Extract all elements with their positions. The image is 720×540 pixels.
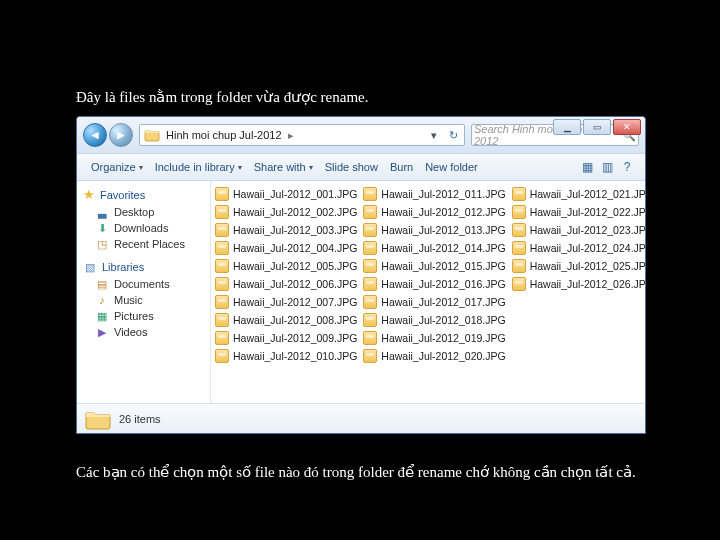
include-menu[interactable]: Include in library ▾: [149, 158, 248, 176]
slideshow-label: Slide show: [325, 161, 378, 173]
image-file-icon: [363, 223, 377, 237]
file-name: Hawaii_Jul-2012_025.JPG: [530, 260, 645, 272]
address-dropdown-icon[interactable]: ▾: [426, 129, 442, 142]
file-item[interactable]: Hawaii_Jul-2012_023.JPG: [512, 221, 645, 238]
image-file-icon: [215, 313, 229, 327]
maximize-button[interactable]: ▭: [583, 119, 611, 135]
window-controls: ▁ ▭ ✕: [553, 119, 641, 135]
sidebar-item-label: Documents: [114, 278, 170, 290]
sidebar-item-pictures[interactable]: ▦Pictures: [77, 308, 210, 324]
file-name: Hawaii_Jul-2012_019.JPG: [381, 332, 505, 344]
image-file-icon: [215, 259, 229, 273]
favorites-group: ★ Favorites ▃Desktop⬇Downloads◳Recent Pl…: [77, 185, 210, 252]
status-count: 26 items: [119, 413, 161, 425]
breadcrumb-folder[interactable]: Hinh moi chup Jul-2012: [164, 129, 286, 141]
organize-menu[interactable]: Organize ▾: [85, 158, 149, 176]
image-file-icon: [215, 277, 229, 291]
file-item[interactable]: Hawaii_Jul-2012_017.JPG: [363, 293, 505, 310]
file-item[interactable]: Hawaii_Jul-2012_011.JPG: [363, 185, 505, 202]
slideshow-button[interactable]: Slide show: [319, 158, 384, 176]
file-list-pane[interactable]: Hawaii_Jul-2012_001.JPGHawaii_Jul-2012_0…: [211, 181, 645, 403]
file-item[interactable]: Hawaii_Jul-2012_020.JPG: [363, 347, 505, 364]
back-button[interactable]: ◄: [83, 123, 107, 147]
file-item[interactable]: Hawaii_Jul-2012_021.JPG: [512, 185, 645, 202]
file-item[interactable]: Hawaii_Jul-2012_001.JPG: [215, 185, 357, 202]
file-name: Hawaii_Jul-2012_013.JPG: [381, 224, 505, 236]
file-item[interactable]: Hawaii_Jul-2012_003.JPG: [215, 221, 357, 238]
favorites-header[interactable]: ★ Favorites: [77, 185, 210, 204]
image-file-icon: [512, 187, 526, 201]
close-button[interactable]: ✕: [613, 119, 641, 135]
folder-icon: [144, 127, 160, 143]
organize-label: Organize: [91, 161, 136, 173]
explorer-window: ▁ ▭ ✕ ◄ ► Hinh moi chup Jul-2012 ▸ ▾ ↻ S…: [76, 116, 646, 434]
navigation-pane: ★ Favorites ▃Desktop⬇Downloads◳Recent Pl…: [77, 181, 211, 403]
file-item[interactable]: Hawaii_Jul-2012_016.JPG: [363, 275, 505, 292]
file-name: Hawaii_Jul-2012_015.JPG: [381, 260, 505, 272]
image-file-icon: [215, 223, 229, 237]
new-folder-button[interactable]: New folder: [419, 158, 484, 176]
file-item[interactable]: Hawaii_Jul-2012_002.JPG: [215, 203, 357, 220]
sidebar-item-label: Music: [114, 294, 143, 306]
image-file-icon: [363, 331, 377, 345]
file-item[interactable]: Hawaii_Jul-2012_026.JPG: [512, 275, 645, 292]
doc-icon: ▤: [95, 277, 109, 291]
file-name: Hawaii_Jul-2012_020.JPG: [381, 350, 505, 362]
breadcrumb-sep-icon[interactable]: ▸: [286, 129, 296, 142]
minimize-button[interactable]: ▁: [553, 119, 581, 135]
file-name: Hawaii_Jul-2012_008.JPG: [233, 314, 357, 326]
caption-bottom: Các bạn có thể chọn một số file nào đó t…: [76, 462, 636, 482]
file-item[interactable]: Hawaii_Jul-2012_019.JPG: [363, 329, 505, 346]
file-item[interactable]: Hawaii_Jul-2012_014.JPG: [363, 239, 505, 256]
image-file-icon: [363, 241, 377, 255]
down-icon: ⬇: [95, 221, 109, 235]
file-item[interactable]: Hawaii_Jul-2012_013.JPG: [363, 221, 505, 238]
file-name: Hawaii_Jul-2012_004.JPG: [233, 242, 357, 254]
refresh-button[interactable]: ↻: [442, 129, 464, 142]
view-mode-button[interactable]: ▦: [577, 160, 597, 174]
file-item[interactable]: Hawaii_Jul-2012_024.JPG: [512, 239, 645, 256]
file-item[interactable]: Hawaii_Jul-2012_008.JPG: [215, 311, 357, 328]
share-menu[interactable]: Share with ▾: [248, 158, 319, 176]
chevron-down-icon: ▾: [238, 163, 242, 172]
recent-icon: ◳: [95, 237, 109, 251]
file-name: Hawaii_Jul-2012_026.JPG: [530, 278, 645, 290]
libraries-label: Libraries: [102, 261, 144, 273]
help-button[interactable]: ?: [617, 160, 637, 174]
file-name: Hawaii_Jul-2012_001.JPG: [233, 188, 357, 200]
libraries-header[interactable]: ▧ Libraries: [77, 258, 210, 276]
sidebar-item-music[interactable]: ♪Music: [77, 292, 210, 308]
file-item[interactable]: Hawaii_Jul-2012_004.JPG: [215, 239, 357, 256]
burn-button[interactable]: Burn: [384, 158, 419, 176]
sidebar-item-documents[interactable]: ▤Documents: [77, 276, 210, 292]
file-name: Hawaii_Jul-2012_012.JPG: [381, 206, 505, 218]
file-item[interactable]: Hawaii_Jul-2012_006.JPG: [215, 275, 357, 292]
preview-pane-button[interactable]: ▥: [597, 160, 617, 174]
image-file-icon: [363, 187, 377, 201]
image-file-icon: [363, 349, 377, 363]
sidebar-item-desktop[interactable]: ▃Desktop: [77, 204, 210, 220]
file-item[interactable]: Hawaii_Jul-2012_009.JPG: [215, 329, 357, 346]
file-item[interactable]: Hawaii_Jul-2012_015.JPG: [363, 257, 505, 274]
file-name: Hawaii_Jul-2012_006.JPG: [233, 278, 357, 290]
file-item[interactable]: Hawaii_Jul-2012_012.JPG: [363, 203, 505, 220]
file-name: Hawaii_Jul-2012_003.JPG: [233, 224, 357, 236]
forward-button[interactable]: ►: [109, 123, 133, 147]
file-item[interactable]: Hawaii_Jul-2012_007.JPG: [215, 293, 357, 310]
sidebar-item-label: Downloads: [114, 222, 168, 234]
sidebar-item-videos[interactable]: ▶Videos: [77, 324, 210, 340]
file-item[interactable]: Hawaii_Jul-2012_025.JPG: [512, 257, 645, 274]
file-item[interactable]: Hawaii_Jul-2012_022.JPG: [512, 203, 645, 220]
file-name: Hawaii_Jul-2012_005.JPG: [233, 260, 357, 272]
image-file-icon: [363, 205, 377, 219]
file-name: Hawaii_Jul-2012_021.JPG: [530, 188, 645, 200]
file-item[interactable]: Hawaii_Jul-2012_005.JPG: [215, 257, 357, 274]
libraries-group: ▧ Libraries ▤Documents♪Music▦Pictures▶Vi…: [77, 258, 210, 340]
sidebar-item-downloads[interactable]: ⬇Downloads: [77, 220, 210, 236]
sidebar-item-recent-places[interactable]: ◳Recent Places: [77, 236, 210, 252]
file-item[interactable]: Hawaii_Jul-2012_010.JPG: [215, 347, 357, 364]
pic-icon: ▦: [95, 309, 109, 323]
file-item[interactable]: Hawaii_Jul-2012_018.JPG: [363, 311, 505, 328]
address-bar[interactable]: Hinh moi chup Jul-2012 ▸ ▾ ↻: [139, 124, 465, 146]
file-name: Hawaii_Jul-2012_007.JPG: [233, 296, 357, 308]
